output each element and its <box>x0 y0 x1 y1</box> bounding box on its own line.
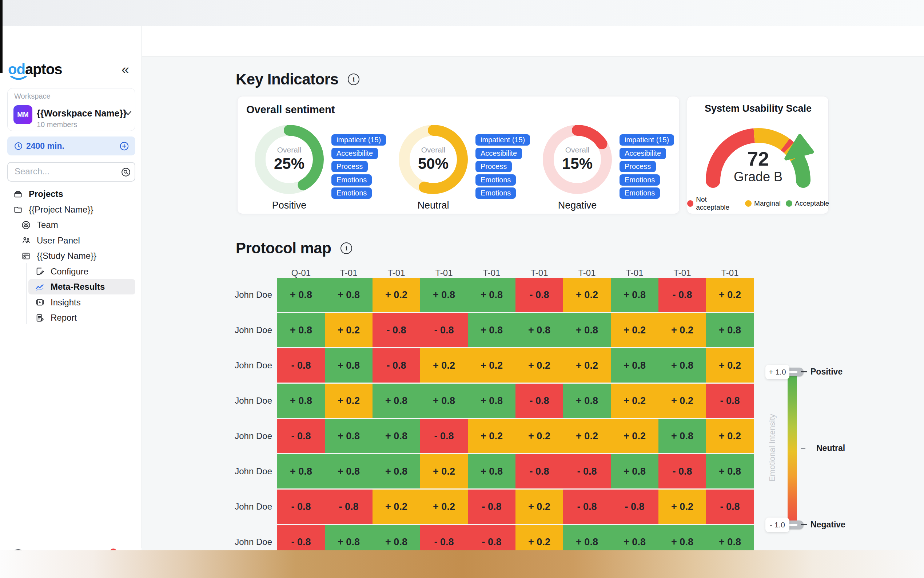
heatmap-cell[interactable]: + 0.2 <box>563 348 611 383</box>
heatmap-cell[interactable]: - 0.8 <box>515 384 563 418</box>
sentiment-tag[interactable]: Emotions <box>476 174 516 186</box>
heatmap-cell[interactable]: - 0.8 <box>706 384 754 418</box>
heatmap-cell[interactable]: + 0.8 <box>468 313 515 347</box>
heatmap-cell[interactable]: - 0.8 <box>515 278 563 312</box>
heatmap-cell[interactable]: + 0.2 <box>468 419 515 453</box>
heatmap-cell[interactable]: - 0.8 <box>706 490 754 524</box>
heatmap-cell[interactable]: + 0.8 <box>277 384 325 418</box>
sentiment-tag[interactable]: Emotions <box>620 187 660 199</box>
heatmap-cell[interactable]: - 0.8 <box>515 454 563 489</box>
search-input[interactable] <box>15 166 117 177</box>
heatmap-cell[interactable]: + 0.8 <box>468 454 515 489</box>
sentiment-tag[interactable]: Emotions <box>620 174 660 186</box>
heatmap-cell[interactable]: - 0.8 <box>611 490 659 524</box>
info-icon[interactable]: i <box>348 73 359 85</box>
heatmap-cell[interactable]: - 0.8 <box>277 348 325 383</box>
add-minutes-icon[interactable] <box>119 141 129 151</box>
heatmap-cell[interactable]: + 0.2 <box>563 419 611 453</box>
heatmap-cell[interactable]: + 0.8 <box>659 419 706 453</box>
heatmap-cell[interactable]: + 0.2 <box>706 419 754 453</box>
heatmap-cell[interactable]: - 0.8 <box>277 419 325 453</box>
sidebar-item-study-name[interactable]: {{Study Name}} <box>0 248 135 263</box>
sentiment-tag[interactable]: Process <box>620 161 656 172</box>
heatmap-cell[interactable]: + 0.8 <box>277 313 325 347</box>
heatmap-cell[interactable]: + 0.2 <box>515 348 563 383</box>
heatmap-cell[interactable]: + 0.2 <box>468 348 515 383</box>
heatmap-cell[interactable]: + 0.8 <box>420 384 468 418</box>
heatmap-cell[interactable]: + 0.2 <box>325 313 372 347</box>
sidebar-item-meta-results[interactable]: Meta-Results <box>28 279 135 294</box>
workspace-selector[interactable]: Workspace MM {{Worskpace Name}} 10 membe… <box>7 88 135 131</box>
heatmap-cell[interactable]: + 0.2 <box>659 313 706 347</box>
sentiment-tag[interactable]: Emotions <box>476 187 516 199</box>
heatmap-cell[interactable]: + 0.8 <box>277 278 325 312</box>
sidebar-item-configure[interactable]: Configure <box>0 264 135 279</box>
heatmap-cell[interactable]: + 0.8 <box>659 348 706 383</box>
heatmap-cell[interactable]: - 0.8 <box>468 490 515 524</box>
heatmap-cell[interactable]: + 0.2 <box>372 490 420 524</box>
heatmap-cell[interactable]: + 0.8 <box>706 313 754 347</box>
heatmap-cell[interactable]: + 0.2 <box>611 419 659 453</box>
heatmap-cell[interactable]: - 0.8 <box>372 348 420 383</box>
heatmap-cell[interactable]: + 0.8 <box>515 313 563 347</box>
heatmap-cell[interactable]: + 0.8 <box>563 384 611 418</box>
sidebar-item-team[interactable]: Team <box>0 217 135 232</box>
sentiment-tag[interactable]: Accesibilite <box>332 148 378 159</box>
heatmap-cell[interactable]: + 0.8 <box>372 419 420 453</box>
heatmap-cell[interactable]: + 0.8 <box>372 384 420 418</box>
heatmap-cell[interactable]: + 0.2 <box>515 490 563 524</box>
heatmap-cell[interactable]: + 0.8 <box>325 278 372 312</box>
heatmap-cell[interactable]: + 0.8 <box>325 419 372 453</box>
heatmap-cell[interactable]: + 0.2 <box>372 278 420 312</box>
sidebar-item-insights[interactable]: Insights <box>0 295 135 310</box>
heatmap-cell[interactable]: - 0.8 <box>372 313 420 347</box>
heatmap-cell[interactable]: - 0.8 <box>563 490 611 524</box>
sidebar-collapse-icon[interactable]: « <box>121 62 129 78</box>
chevron-down-icon[interactable] <box>124 110 132 116</box>
heatmap-cell[interactable]: + 0.8 <box>468 278 515 312</box>
heatmap-cell[interactable]: + 0.8 <box>706 454 754 489</box>
heatmap-cell[interactable]: + 0.2 <box>420 490 468 524</box>
search-icon[interactable] <box>121 167 131 177</box>
sidebar-item-project-name[interactable]: {{Project Name}} <box>0 202 135 217</box>
sentiment-tag[interactable]: impatient (15) <box>332 134 386 146</box>
heatmap-cell[interactable]: - 0.8 <box>420 419 468 453</box>
heatmap-cell[interactable]: - 0.8 <box>420 313 468 347</box>
info-icon[interactable]: i <box>340 242 352 254</box>
heatmap-cell[interactable]: - 0.8 <box>277 490 325 524</box>
heatmap-cell[interactable]: + 0.8 <box>611 454 659 489</box>
heatmap-cell[interactable]: + 0.2 <box>659 384 706 418</box>
heatmap-cell[interactable]: + 0.8 <box>611 348 659 383</box>
heatmap-cell[interactable]: - 0.8 <box>659 278 706 312</box>
heatmap-cell[interactable]: + 0.8 <box>611 278 659 312</box>
sidebar-item-report[interactable]: Report <box>0 310 135 325</box>
heatmap-cell[interactable]: + 0.8 <box>325 454 372 489</box>
heatmap-cell[interactable]: + 0.2 <box>611 313 659 347</box>
heatmap-cell[interactable]: + 0.2 <box>563 278 611 312</box>
sentiment-tag[interactable]: Emotions <box>332 187 372 199</box>
sentiment-tag[interactable]: Process <box>332 161 368 172</box>
heatmap-cell[interactable]: - 0.8 <box>325 490 372 524</box>
sidebar-item-user-panel[interactable]: User Panel <box>0 233 135 248</box>
sentiment-tag[interactable]: Accesibilite <box>476 148 522 159</box>
heatmap-cell[interactable]: + 0.2 <box>420 454 468 489</box>
heatmap-cell[interactable]: + 0.8 <box>563 313 611 347</box>
heatmap-cell[interactable]: - 0.8 <box>659 454 706 489</box>
heatmap-cell[interactable]: + 0.8 <box>277 454 325 489</box>
heatmap-cell[interactable]: - 0.8 <box>563 454 611 489</box>
heatmap-cell[interactable]: + 0.8 <box>325 348 372 383</box>
heatmap-cell[interactable]: + 0.8 <box>372 454 420 489</box>
heatmap-cell[interactable]: + 0.8 <box>420 278 468 312</box>
heatmap-cell[interactable]: + 0.2 <box>706 278 754 312</box>
sentiment-tag[interactable]: Accesibilite <box>620 148 666 159</box>
sentiment-tag[interactable]: impatient (15) <box>620 134 674 146</box>
heatmap-cell[interactable]: + 0.2 <box>325 384 372 418</box>
sentiment-tag[interactable]: Emotions <box>332 174 372 186</box>
heatmap-cell[interactable]: + 0.2 <box>420 348 468 383</box>
sidebar-item-projects[interactable]: Projects <box>0 186 135 201</box>
heatmap-cell[interactable]: + 0.2 <box>515 419 563 453</box>
sentiment-tag[interactable]: Process <box>476 161 512 172</box>
heatmap-cell[interactable]: + 0.8 <box>468 384 515 418</box>
sentiment-tag[interactable]: impatient (15) <box>476 134 530 146</box>
heatmap-cell[interactable]: + 0.2 <box>611 384 659 418</box>
